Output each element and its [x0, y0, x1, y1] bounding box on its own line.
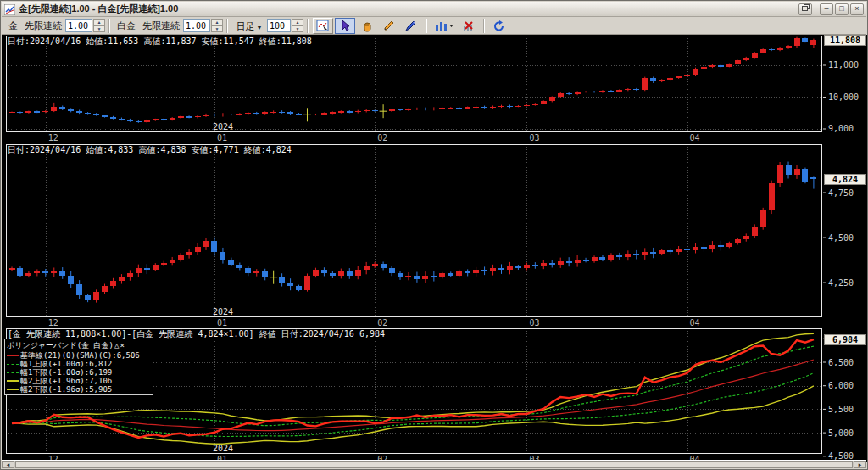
indicator-close-button[interactable]: × [120, 341, 124, 350]
platinum-last-price-badge: 4,824 [824, 174, 866, 185]
scrollbar-thumb[interactable] [15, 461, 853, 468]
candle [321, 113, 327, 114]
bar-chart-icon [434, 20, 454, 32]
gridlines [6, 144, 822, 317]
gold-ohlc-header: 日付:2024/04/16 始値:11,653 高値:11,837 安値:11,… [8, 36, 312, 48]
candle [608, 255, 614, 259]
candle [381, 264, 387, 268]
candle [498, 106, 504, 107]
gold-multiplier-spin-up[interactable]: ▲ [93, 19, 105, 25]
legend-item-label: 幅2下限(-1.96σ):5,905 [20, 384, 112, 395]
restore-group-button[interactable] [798, 3, 812, 15]
gold-multiplier-input[interactable] [65, 19, 92, 32]
refresh-button[interactable] [489, 18, 509, 34]
chart-window: 金[先限連続]1.00 - 白金[先限連続]1.00 – □ × 金 先限連続 … [0, 0, 868, 470]
platinum-multiplier-input[interactable] [183, 19, 210, 32]
candle [25, 111, 31, 113]
candle [481, 270, 487, 271]
scroll-right-button[interactable]: ► [854, 461, 866, 468]
candle [313, 270, 319, 275]
platinum-chart-canvas[interactable]: 4,2504,5004,75012012024020304 [2, 143, 868, 327]
candle [650, 252, 656, 254]
candle [558, 261, 564, 265]
gold-series-label: 先限連続 [25, 20, 62, 32]
candle [195, 247, 201, 252]
chart-cursor-tool-button[interactable] [313, 18, 333, 34]
svg-text:5,500: 5,500 [828, 405, 854, 414]
legend-line-swatch [7, 380, 19, 382]
candle [253, 113, 259, 114]
candle [650, 78, 656, 82]
candle [448, 273, 453, 275]
candle [76, 111, 82, 113]
platinum-multiplier-spin-up[interactable]: ▲ [211, 19, 223, 25]
candle [414, 276, 420, 279]
candle [802, 38, 808, 42]
candle [625, 254, 631, 257]
candle [642, 78, 648, 90]
candle [389, 109, 395, 111]
candle [296, 114, 302, 115]
scroll-left-button[interactable]: ◄ [2, 461, 14, 468]
pencil-tool-button[interactable] [379, 18, 399, 34]
candle [684, 249, 690, 250]
platinum-chart-panel[interactable]: 4,2504,5004,75012012024020304 日付:2024/04… [2, 143, 868, 327]
candle [287, 283, 293, 286]
plot-border [7, 36, 822, 132]
candle [161, 263, 167, 265]
minimize-button[interactable]: – [820, 3, 833, 15]
bar-count-spin-up[interactable]: ▲ [292, 19, 303, 25]
candle [777, 165, 783, 183]
svg-text:2024: 2024 [213, 444, 233, 453]
pen-tool-button[interactable] [401, 18, 421, 34]
candle [599, 257, 605, 259]
indicator-collapse-button[interactable]: △ [114, 341, 119, 350]
candle [439, 273, 445, 277]
candle [203, 115, 209, 116]
chart-type-dropdown-button[interactable] [431, 18, 457, 34]
candle [110, 117, 116, 119]
delete-objects-button[interactable] [459, 18, 479, 34]
candle [431, 276, 437, 277]
candle [178, 116, 184, 118]
candle [592, 92, 598, 92]
price-scale: 9,00010,00011,000 [823, 60, 859, 133]
bar-count-input[interactable] [267, 19, 291, 32]
pan-tool-button[interactable] [357, 18, 377, 34]
candle [186, 116, 192, 117]
bar-count-spin-down[interactable]: ▼ [292, 25, 303, 32]
gold-chart-canvas[interactable]: 9,00010,00011,00012012024020304 [2, 35, 868, 143]
toolbar-separator [108, 19, 110, 33]
legend-line-swatch [7, 364, 19, 365]
spread-chart-panel[interactable]: 4,5005,0005,5006,0006,5007,0001201202402… [2, 327, 868, 462]
timeframe-dropdown[interactable]: 日足▼ [232, 18, 266, 34]
horizontal-scrollbar[interactable]: ◄ ► [2, 460, 866, 468]
candle [76, 284, 82, 295]
candle [9, 268, 15, 270]
gold-chart-panel[interactable]: 9,00010,00011,00012012024020304 日付:2024/… [2, 35, 868, 143]
svg-text:4,250: 4,250 [828, 278, 854, 288]
candle [760, 210, 766, 227]
select-tool-button[interactable] [335, 18, 355, 34]
indicator-title: ボリンジャーバンド(金 白金) [7, 341, 114, 350]
candle [228, 115, 234, 115]
candle [524, 105, 530, 106]
bollinger-legend: ボリンジャーバンド(金 白金)△× 基準線(21)(0)(SMA)(C):6,5… [4, 339, 153, 395]
titlebar[interactable]: 金[先限連続]1.00 - 白金[先限連続]1.00 – □ × [2, 2, 866, 17]
candle [313, 115, 319, 115]
candle [786, 46, 792, 48]
maximize-button[interactable]: □ [835, 3, 849, 15]
gold-multiplier-spin-down[interactable]: ▼ [93, 25, 105, 32]
candle [532, 104, 538, 105]
candle [693, 247, 698, 250]
candle [186, 252, 192, 255]
svg-text:04: 04 [690, 133, 700, 143]
pencil-icon [382, 20, 396, 32]
platinum-series-label: 先限連続 [142, 20, 180, 32]
candle [178, 255, 184, 259]
close-button[interactable]: × [850, 3, 864, 15]
candle [456, 271, 462, 275]
platinum-multiplier-spin-down[interactable]: ▼ [211, 25, 223, 32]
candle [85, 113, 91, 114]
candle [802, 169, 808, 182]
